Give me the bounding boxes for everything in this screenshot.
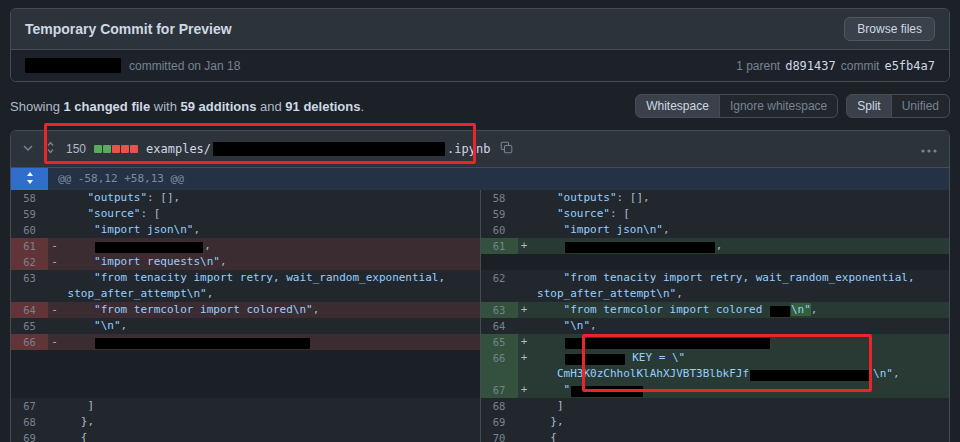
diff-code-cell: + KEY = \" (518, 350, 950, 366)
diff-line-number[interactable]: 65 (481, 334, 518, 350)
parent-sha-link[interactable]: d891437 (785, 59, 836, 73)
diff-code-cell (518, 254, 950, 270)
deletions-count: 91 deletions (285, 99, 360, 114)
diff-line-number[interactable]: 67 (481, 382, 518, 398)
diff-line-number[interactable]: 58 (11, 190, 48, 206)
code-text: , (676, 287, 683, 300)
diff-line-number[interactable]: 69 (11, 430, 48, 442)
diff-row: 69 {70 { (11, 430, 949, 442)
diff-sign (48, 414, 61, 430)
diff-line-number[interactable]: 61 (11, 238, 48, 254)
code-text: }, (61, 415, 94, 428)
diff-code-cell: CmH3K0zChholKlAhXJVBT3BlbkFJf\n", (518, 366, 950, 382)
commit-label: commit (841, 59, 880, 73)
diff-row: 65 "\n",64 "\n", (11, 318, 949, 334)
code-text: "from termcolor import colored (531, 303, 769, 316)
diff-line-number[interactable]: 62 (481, 270, 518, 286)
diff-right-side: CmH3K0zChholKlAhXJVBT3BlbkFJf\n", (480, 366, 950, 382)
diff-right-side: 67+ " (480, 382, 950, 398)
unified-view-button[interactable]: Unified (891, 94, 950, 118)
diff-sign: + (518, 302, 531, 318)
diff-line-number[interactable]: 62 (11, 254, 48, 270)
additions-count: 59 additions (181, 99, 257, 114)
diff-line-number[interactable]: 60 (11, 222, 48, 238)
diff-code-cell: - "from termcolor import colored\n", (48, 302, 480, 318)
code-text: { (61, 431, 88, 442)
diff-line-number[interactable]: 65 (11, 318, 48, 334)
diff-line-number[interactable]: 60 (481, 222, 518, 238)
diff-row: 66+ KEY = \" (11, 350, 949, 366)
redaction-box (750, 370, 872, 381)
diff-code-cell: + "from termcolor import colored \n", (518, 302, 950, 318)
diff-sign (48, 286, 61, 302)
diff-line-number[interactable]: 69 (481, 414, 518, 430)
diff-code-cell: "source": [ (48, 206, 480, 222)
diff-code-cell: "import json\n", (48, 222, 480, 238)
code-text: "import requests\n" (61, 255, 220, 268)
diff-sign: + (518, 334, 531, 350)
copy-path-button[interactable] (498, 139, 515, 159)
diff-line-number[interactable]: 66 (481, 350, 518, 366)
code-text: , (204, 239, 211, 252)
diff-line-number[interactable]: 58 (481, 190, 518, 206)
diff-code-cell: stop_after_attempt\n", (518, 286, 950, 302)
code-text (61, 335, 94, 348)
code-text: , (811, 303, 818, 316)
diff-line-number[interactable]: 63 (11, 270, 48, 286)
diff-right-side: 60 "import json\n", (480, 222, 950, 238)
diff-right-side: 66+ KEY = \" (480, 350, 950, 366)
file-options-button[interactable] (919, 140, 939, 158)
diff-sign (48, 430, 61, 442)
diff-row: 63 "from tenacity import retry, wait_ran… (11, 270, 949, 286)
diff-right-side: 62 "from tenacity import retry, wait_ran… (480, 270, 950, 286)
diff-line-number[interactable]: 70 (481, 430, 518, 442)
diff-row: stop_after_attempt\n", stop_after_attemp… (11, 286, 949, 302)
diff-line-number[interactable]: 64 (481, 318, 518, 334)
hunk-header-row: @@ -58,12 +58,13 @@ (11, 168, 949, 190)
diff-line-number (11, 286, 48, 302)
code-text: : [ (140, 207, 160, 220)
diff-line-number (481, 366, 518, 382)
diff-left-side: 67 ] (11, 398, 480, 414)
diff-sign: + (518, 350, 531, 366)
diff-left-side: stop_after_attempt\n", (11, 286, 480, 302)
code-text: : [], (617, 191, 650, 204)
code-text: " (531, 383, 571, 396)
diff-line-number[interactable]: 61 (481, 238, 518, 254)
whitespace-button[interactable]: Whitespace (635, 94, 720, 118)
collapse-file-button[interactable] (21, 140, 35, 158)
diff-code-cell: + (518, 334, 950, 350)
diff-line-number[interactable]: 67 (11, 398, 48, 414)
diff-right-side: 68 ] (480, 398, 950, 414)
diff-code-cell: - , (48, 238, 480, 254)
file-diff-box: 150 examples/ .ipynb (10, 130, 950, 442)
ignore-whitespace-button[interactable]: Ignore whitespace (719, 94, 838, 118)
diff-sign (48, 222, 61, 238)
diff-code-cell: ] (48, 398, 480, 414)
diff-line-number[interactable]: 64 (11, 302, 48, 318)
diff-sign (518, 414, 531, 430)
diff-line-number[interactable]: 63 (481, 302, 518, 318)
code-text: KEY = \" (626, 351, 686, 364)
code-text: "\n" (61, 319, 121, 332)
diff-line-number[interactable]: 59 (481, 206, 518, 222)
diff-row: CmH3K0zChholKlAhXJVBT3BlbkFJf\n", (11, 366, 949, 382)
diff-line-number[interactable]: 68 (11, 414, 48, 430)
diffstat-square-del (130, 145, 138, 153)
diff-line-number[interactable]: 66 (11, 334, 48, 350)
code-text: CmH3K0zChholKlAhXJVBT3BlbkFJf (531, 367, 750, 380)
diff-right-side: 69 }, (480, 414, 950, 430)
diff-line-number[interactable]: 59 (11, 206, 48, 222)
diff-row: 58 "outputs": [],58 "outputs": [], (11, 190, 949, 206)
split-view-button[interactable]: Split (846, 94, 891, 118)
browse-files-button[interactable]: Browse files (844, 17, 935, 41)
redaction-box (95, 242, 203, 253)
diff-line-number[interactable]: 68 (481, 398, 518, 414)
diff-right-side: 65+ (480, 334, 950, 350)
diff-left-side: 66- (11, 334, 480, 350)
file-path[interactable]: examples/ .ipynb (146, 142, 490, 156)
expand-collapse-button[interactable] (43, 139, 58, 159)
diff-summary-text: Showing 1 changed file with 59 additions… (10, 99, 364, 114)
expand-hunk-button[interactable] (11, 168, 48, 190)
code-text: , (313, 303, 320, 316)
